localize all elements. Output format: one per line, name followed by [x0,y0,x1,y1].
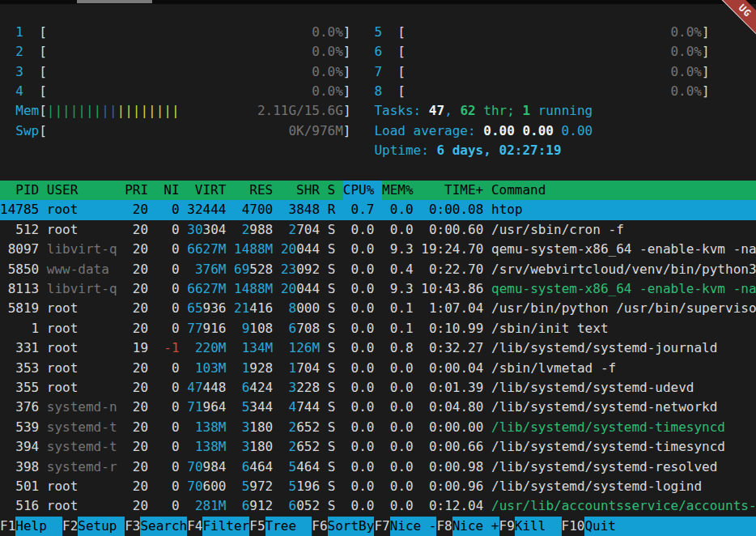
cell-ni: 0 [156,419,180,435]
col-header-cpu-sorted[interactable]: CPU% [343,181,382,200]
cell-command: /sbin/lvmetad -f [491,360,616,376]
memory-label: Mem [15,103,39,118]
text [180,419,188,435]
process-row[interactable]: 8097 libvirt-q 20 0 6627M 1488M 20044 S … [0,240,756,260]
col-header-virt[interactable]: VIRT [187,182,234,198]
process-row[interactable]: 394 systemd-t 20 0 138M 3180 2652 S 0.0 … [0,437,756,457]
fkey-f9[interactable]: F9Kill [499,518,562,534]
cell-cpu: 0.0 [343,479,375,494]
process-row[interactable]: 501 root 20 0 70600 5972 5196 S 0.0 0.0 … [0,477,756,497]
swap-label: Swp [15,123,39,138]
fkey-f1[interactable]: F1Help [0,518,62,534]
col-header-command[interactable]: Command [491,182,554,198]
cell-state: S [328,262,336,277]
fkey-f3[interactable]: F3Search [125,518,187,534]
table-header[interactable]: PID USER PRI NI VIRT RES SHR S CPU% MEM%… [0,181,756,201]
cell-res: 69528 [234,262,273,277]
text [39,479,47,494]
text [375,202,383,217]
col-header-ni[interactable]: NI [156,182,188,198]
cell-ni: 0 [156,222,180,237]
cell-cpu: 0.0 [343,498,375,513]
process-row[interactable]: 355 root 20 0 47448 6424 3228 S 0.0 0.0 … [0,378,756,398]
cell-command: /lib/systemd/systemd-journald [491,340,717,355]
fkey-number: F10 [562,518,585,534]
text: 21 [234,300,249,316]
text [0,24,15,40]
text [273,321,281,336]
process-row-selected[interactable]: 14785 root 20 0 32444 4700 3848 R 0.7 0.… [0,200,756,220]
text [335,202,343,217]
cell-shr: 5196 [281,479,320,494]
text [39,360,47,376]
cell-mem: 0.0 [382,498,414,513]
col-header-shr[interactable]: SHR [281,182,328,198]
process-row[interactable]: 516 root 20 0 281M 6912 6052 S 0.0 0.0 0… [0,496,756,517]
text [273,439,281,454]
text [180,241,188,257]
col-header-pid[interactable]: PID [0,182,47,198]
text [180,399,188,415]
process-row[interactable]: 8113 libvirt-q 20 0 6627M 1488M 20044 S … [0,279,756,300]
fkey-f7[interactable]: F7Nice - [374,518,436,534]
fkey-f6[interactable]: F6SortBy [312,518,374,534]
cell-state: S [328,459,336,474]
text: 704 [296,360,320,376]
col-header-user[interactable]: USER [47,182,125,198]
text: 704 [296,222,320,237]
process-row[interactable]: 376 systemd-n 20 0 71964 5344 4744 S 0.0… [0,398,756,418]
process-row[interactable]: 512 root 20 0 30304 2988 2704 S 0.0 0.0 … [0,220,756,240]
text [335,281,343,296]
cell-time: 10:43.86 [421,281,483,296]
cell-virt: 6627M [187,281,226,296]
text [273,479,281,494]
text: 000 [296,300,320,316]
fkey-f8[interactable]: F8Nice + [436,518,499,534]
process-row[interactable]: 5819 root 20 0 65936 21416 8000 S 0.0 0.… [0,299,756,319]
col-header-pri[interactable]: PRI [125,182,156,198]
col-header-state[interactable]: S [328,182,343,198]
cell-pri: 20 [125,202,148,217]
cell-cpu: 0.0 [343,222,375,237]
cell-virt: 77916 [187,321,226,336]
cell-cpu: 0.0 [343,459,375,474]
fkey-f4[interactable]: F4Filter [187,518,249,534]
text [335,300,343,316]
process-row[interactable]: 398 systemd-r 20 0 70984 6464 5464 S 0.0… [0,457,756,478]
text [226,340,234,355]
text [375,340,383,355]
fkey-f2[interactable]: F2Setup [62,518,125,534]
fkey-f5[interactable]: F5Tree [249,518,312,534]
cell-pid: 501 [0,479,39,494]
text: 6627M [187,241,226,257]
cell-ni: -1 [156,340,180,355]
col-header-res[interactable]: RES [234,182,281,198]
text [320,439,328,454]
process-row[interactable]: 1 root 20 0 77916 9108 6708 S 0.0 0.1 0:… [0,319,756,339]
process-row[interactable]: 353 root 20 0 103M 1928 1704 S 0.0 0.0 0… [0,359,756,379]
text: 912 [249,498,273,513]
cell-time: 0:00.60 [421,222,483,237]
text: 70 [187,459,202,474]
text: 32444 [187,202,226,217]
col-header-mem[interactable]: MEM% [382,182,421,198]
text [39,459,47,474]
fkey-f10[interactable]: F10Quit [562,518,756,534]
cell-res: 3180 [234,439,273,454]
text: 964 [203,399,227,415]
cell-ni: 0 [156,321,180,336]
cell-user: root [47,202,117,217]
process-row[interactable]: 539 systemd-t 20 0 138M 3180 2652 S 0.0 … [0,418,756,438]
process-row[interactable]: 331 root 19 -1 220M 134M 126M S 0.0 0.8 … [0,338,756,359]
bracket: ] [702,44,710,59]
text [375,360,383,376]
text: 2 [281,222,296,237]
process-row[interactable]: 5850 www-data 20 0 376M 69528 23092 S 0.… [0,260,756,280]
col-header-time[interactable]: TIME+ [421,182,491,198]
cpu-value: 0.0% [47,24,343,40]
htop-terminal[interactable]: 1 [ 0.0%] 5 [ 0.0%] 2 [ 0.0%] 6 [ 0.0%] … [0,0,756,536]
text [0,123,15,138]
cpu-meter-7: 7 [ 0.0%] [374,64,709,79]
text: 180 [249,439,273,454]
cell-res: 2988 [234,222,273,237]
